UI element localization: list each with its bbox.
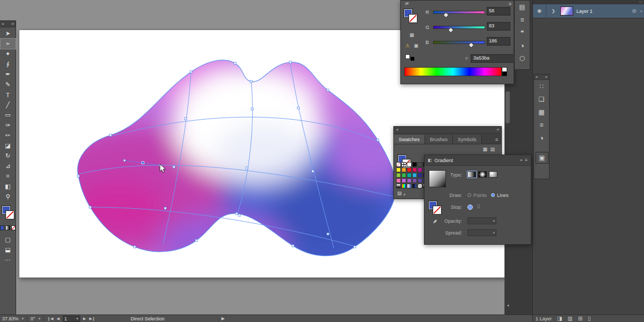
fill-stroke-proxy[interactable] <box>404 9 422 25</box>
swatch-libraries-icon[interactable]: ▤ <box>397 191 402 196</box>
linear-gradient-button[interactable] <box>467 171 476 178</box>
tool-pen[interactable]: ✒ <box>1 69 16 79</box>
collapse-icon[interactable]: « <box>12 22 14 26</box>
layer-thumbnail[interactable] <box>560 6 573 16</box>
panel-icon-libraries[interactable]: ▤ <box>515 1 530 13</box>
swatch[interactable] <box>412 162 417 167</box>
lines-label[interactable]: Lines <box>497 193 509 198</box>
collapse-icon[interactable]: « <box>497 128 499 132</box>
panel-menu-icon[interactable]: ≡ <box>495 137 498 144</box>
zoom-level[interactable]: 37.83% <box>2 316 19 321</box>
layers-action-delete-layer[interactable]: ▯ <box>588 316 591 321</box>
library-caret-icon[interactable]: ▾ <box>404 193 406 196</box>
tool-lasso[interactable]: ∮ <box>1 59 16 69</box>
tool-selection[interactable]: ➤ <box>1 28 16 39</box>
channel-slider-handle[interactable] <box>443 12 449 18</box>
swatch[interactable] <box>418 167 422 172</box>
tool-line[interactable]: ╱ <box>1 100 16 110</box>
tool-scale[interactable]: ⊿ <box>1 161 16 171</box>
lines-radio[interactable] <box>491 193 495 197</box>
tool-curvature[interactable]: ✎ <box>1 79 16 90</box>
swatch[interactable] <box>401 162 406 167</box>
tab-brushes[interactable]: Brushes <box>425 135 453 144</box>
swatch[interactable] <box>396 178 401 183</box>
swatch[interactable] <box>396 167 401 172</box>
scroll-down-icon[interactable]: ▾ <box>505 304 511 308</box>
gradient-stop-swatch[interactable] <box>467 204 473 210</box>
channel-value-field[interactable]: 186 <box>487 37 510 46</box>
stroke-color-swatch[interactable] <box>6 211 14 219</box>
channel-slider-handle[interactable] <box>448 27 454 33</box>
layers-action-make-mask[interactable]: ◨ <box>557 316 562 321</box>
panel-overflow-icon[interactable]: ∷ <box>640 0 642 4</box>
more-tools-button[interactable]: ⋯ <box>1 255 16 265</box>
black-swatch[interactable] <box>410 56 415 61</box>
tool-eyedropper[interactable]: ⚲ <box>1 192 16 202</box>
points-label[interactable]: Points <box>473 193 487 198</box>
close-icon[interactable]: × <box>2 22 4 26</box>
swatch[interactable] <box>418 184 422 188</box>
panel-icon-comments[interactable]: ❝ <box>515 26 530 39</box>
target-circle-icon[interactable]: ◎ <box>632 9 636 13</box>
hex-field[interactable]: 3a53ba <box>471 54 515 63</box>
next-page-icon[interactable]: ▶ <box>83 317 86 320</box>
points-radio[interactable] <box>467 193 471 197</box>
tool-direct-selection[interactable]: ➣ <box>1 39 16 49</box>
channel-slider[interactable] <box>433 26 485 29</box>
swap-colors-icon[interactable]: ⇄ <box>405 2 409 6</box>
color-spectrum-bar[interactable] <box>404 67 502 76</box>
color-fill-icon[interactable] <box>0 225 4 230</box>
prev-page-icon[interactable]: ◀ <box>56 317 59 320</box>
swatch[interactable] <box>401 178 406 183</box>
close-icon[interactable]: × <box>396 128 399 132</box>
list-view-icon[interactable]: ▤ <box>490 147 495 152</box>
swatch[interactable] <box>412 178 417 183</box>
swatch[interactable] <box>396 173 401 178</box>
tool-type[interactable]: T <box>1 90 16 100</box>
radial-gradient-button[interactable] <box>478 171 487 178</box>
swatch[interactable] <box>396 184 401 188</box>
visibility-eye-icon[interactable]: ◉ <box>533 4 546 18</box>
panel-icon-stroke[interactable]: ≡ <box>534 119 549 131</box>
spread-dropdown[interactable]: ▾ <box>467 229 496 236</box>
tool-paintbrush[interactable]: ✑ <box>1 120 16 130</box>
channel-slider[interactable] <box>433 41 485 44</box>
layers-action-new-sublayer[interactable]: ▥ <box>567 316 572 321</box>
swatch[interactable] <box>401 173 406 178</box>
swatch[interactable] <box>407 173 412 178</box>
spectrum-black-swatch[interactable] <box>502 71 507 76</box>
tool-pencil[interactable]: ✏ <box>1 130 16 141</box>
tool-eraser[interactable]: ◪ <box>1 141 16 151</box>
close-icon[interactable]: × <box>536 75 538 79</box>
layers-action-new-layer[interactable]: ⊞ <box>578 316 582 321</box>
grid-icon[interactable]: ▦ <box>409 33 414 38</box>
tab-symbols[interactable]: Symbols <box>453 135 482 144</box>
swatch[interactable] <box>401 184 406 188</box>
panel-menu-icon[interactable]: ≡ <box>525 158 528 163</box>
swatch[interactable] <box>418 178 422 183</box>
vertical-scrollbar[interactable] <box>506 91 510 123</box>
swatch[interactable] <box>412 173 417 178</box>
swatch[interactable] <box>401 167 406 172</box>
swatch[interactable] <box>396 162 401 167</box>
rotation-value[interactable]: 0° <box>31 316 35 321</box>
freeform-gradient-button[interactable] <box>489 171 497 178</box>
draw-mode-button[interactable]: ▢ <box>1 235 16 245</box>
rotation-caret-icon[interactable]: ▾ <box>39 317 41 321</box>
status-expand-icon[interactable]: ▶ <box>221 317 224 321</box>
panel-icon-transparency[interactable]: ◑ <box>534 131 549 144</box>
layer-row[interactable]: ◉ ❯ Layer 1 ◎ ▪ <box>533 4 644 18</box>
artboard-tool-button[interactable]: ⬓ <box>1 245 16 255</box>
web-cube-icon[interactable]: ▣ <box>414 43 419 48</box>
panel-icon-pathfinder[interactable]: ❏ <box>534 93 549 106</box>
swatch[interactable] <box>418 173 422 178</box>
channel-value-field[interactable]: 58 <box>487 7 510 16</box>
swatch[interactable] <box>407 184 412 188</box>
white-swatch[interactable] <box>405 54 410 59</box>
tab-swatches[interactable]: Swatches <box>394 135 425 144</box>
layer-name[interactable]: Layer 1 <box>576 9 592 14</box>
panel-icon-gradient[interactable]: ◑ <box>515 39 530 52</box>
first-page-icon[interactable]: ❙◀ <box>47 317 53 320</box>
tool-mesh[interactable]: ⌗ <box>1 171 16 181</box>
swatch[interactable] <box>418 162 422 167</box>
